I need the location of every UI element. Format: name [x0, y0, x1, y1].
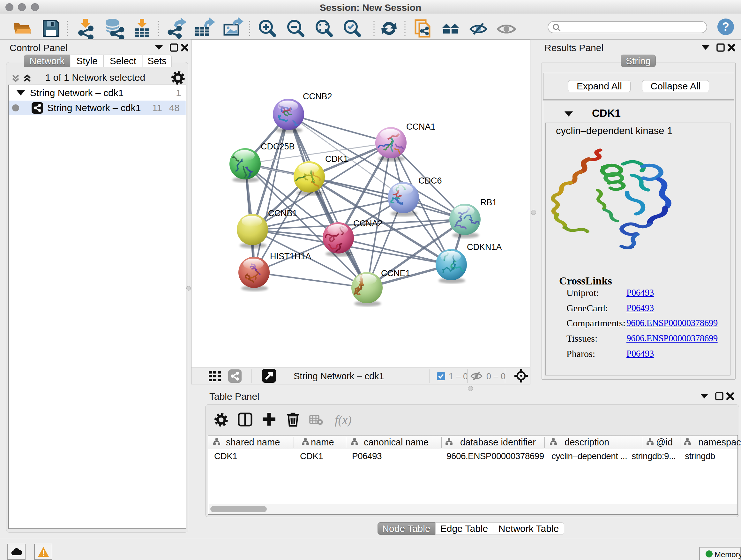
svg-text:CDK1: CDK1	[325, 154, 348, 164]
svg-text:CDKN1A: CDKN1A	[467, 242, 502, 252]
svg-text:CDC25B: CDC25B	[261, 142, 295, 151]
svg-text:RB1: RB1	[480, 198, 497, 207]
svg-text:?: ?	[722, 20, 729, 33]
svg-text:CDC6: CDC6	[418, 176, 442, 186]
svg-text:CCNB1: CCNB1	[268, 208, 297, 218]
svg-text:CCNA1: CCNA1	[406, 122, 435, 132]
svg-text:HIST1H1A: HIST1H1A	[270, 252, 311, 261]
svg-text:CCNB2: CCNB2	[303, 91, 332, 101]
svg-text:CCNE1: CCNE1	[381, 268, 410, 278]
svg-text:CCNA2: CCNA2	[353, 219, 383, 228]
